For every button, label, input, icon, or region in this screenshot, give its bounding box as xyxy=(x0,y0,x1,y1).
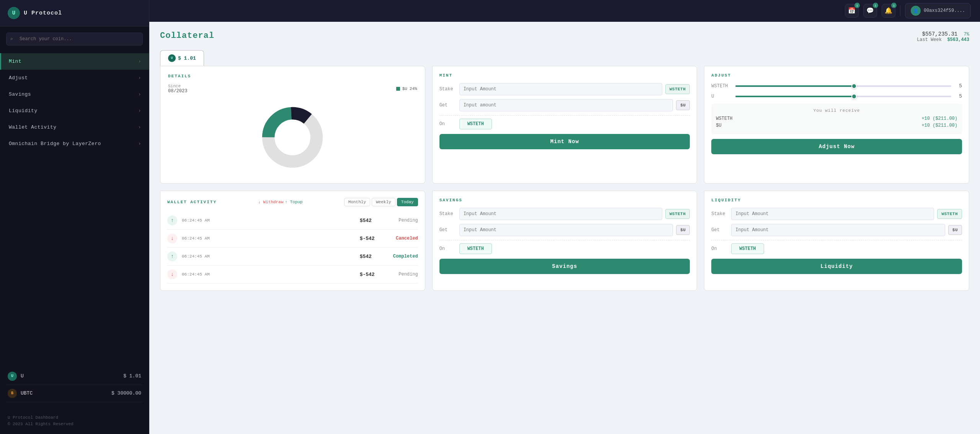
receive-u-coin: $U xyxy=(716,123,721,128)
adjust-panel: ADJUST WSTETH 5 U 5 xyxy=(704,66,969,184)
adjust-u-thumb[interactable] xyxy=(851,94,857,99)
liquidity-title: LIQUIDITY xyxy=(711,198,962,202)
main-area: 📅 1 💬 1 🔔 1 👤 00axs324f59.... Collateral… xyxy=(149,0,980,434)
since-label: Since xyxy=(168,84,187,88)
table-row: ↑ 06:24:45 AM $542 Pending xyxy=(167,212,418,230)
sidebar-item-wallet-activity[interactable]: Wallet Activity › xyxy=(0,119,149,135)
coin-name-u: U xyxy=(21,373,24,379)
legend-item: $U 24% xyxy=(396,84,417,94)
stats-value: $557,235.31 7% xyxy=(917,31,969,37)
liquidity-on-row: On WSTETH xyxy=(711,243,962,254)
page-title: Collateral xyxy=(160,31,214,41)
details-panel: DETAILS Since 08/2023 $U 24% xyxy=(160,66,425,184)
table-row: ↓ 06:24:45 AM $-542 Canceled xyxy=(167,230,418,248)
liquidity-button[interactable]: Liquidity xyxy=(711,259,962,274)
top-panels: DETAILS Since 08/2023 $U 24% xyxy=(160,66,969,184)
sidebar-item-adjust[interactable]: Adjust › xyxy=(0,70,149,86)
page-header: Collateral $557,235.31 7% Last Week $563… xyxy=(160,31,969,42)
sidebar-nav: Mint › Adjust › Savings › Liquidity › Wa… xyxy=(0,53,149,152)
mint-now-button[interactable]: Mint Now xyxy=(439,134,690,149)
adjust-wsteth-value: 5 xyxy=(954,83,962,89)
stats-pct: 7% xyxy=(964,32,969,37)
sidebar-item-label-liquidity: Liquidity xyxy=(9,108,38,114)
tx-time-4: 06:24:45 AM xyxy=(182,272,355,277)
details-title: DETAILS xyxy=(168,74,417,78)
sidebar-item-mint[interactable]: Mint › xyxy=(0,53,149,70)
liquidity-get-input[interactable] xyxy=(731,224,945,236)
activity-title: WALLET ACTIVITY xyxy=(167,200,217,204)
savings-stake-label: Stake xyxy=(439,211,456,217)
sidebar-item-liquidity[interactable]: Liquidity › xyxy=(0,103,149,119)
adjust-title: ADJUST xyxy=(711,73,962,78)
sidebar: U U Protocol ⌕ Mint › Adjust › Savings ›… xyxy=(0,0,149,434)
tx-arrow-down-2: ↓ xyxy=(167,233,177,243)
filter-weekly[interactable]: Weekly xyxy=(372,198,395,206)
legend-pct: 24% xyxy=(410,86,417,91)
tx-time-1: 06:24:45 AM xyxy=(182,218,355,223)
wallet-avatar: 👤 xyxy=(911,6,921,16)
receive-u-val: +10 ($211.00) xyxy=(921,123,957,128)
sidebar-item-savings[interactable]: Savings › xyxy=(0,86,149,103)
savings-title: SAVINGS xyxy=(439,198,690,202)
sidebar-item-omnichain[interactable]: Omnichain Bridge by LayerZero › xyxy=(0,135,149,152)
calendar-icon-btn[interactable]: 📅 1 xyxy=(845,4,859,18)
coin-list: U U $ 1.01 B UBTC $ 30000.00 xyxy=(6,368,143,402)
filter-today[interactable]: Today xyxy=(397,198,418,206)
sidebar-item-label-mint: Mint xyxy=(9,59,21,64)
table-row: ↑ 06:24:45 AM $542 Completed xyxy=(167,248,418,266)
tx-status-1: Pending xyxy=(387,218,418,223)
adjust-wsteth-label: WSTETH xyxy=(711,83,732,89)
mint-stake-label: Stake xyxy=(439,86,456,92)
activity-header: WALLET ACTIVITY ↓ Withdraw ↑ Topup Month… xyxy=(167,198,418,206)
bell-icon-btn[interactable]: 🔔 1 xyxy=(882,4,895,18)
stats-right: $557,235.31 7% Last Week $563,443 xyxy=(917,31,969,42)
liquidity-stake-row: Stake WSTETH xyxy=(711,208,962,220)
transaction-list: ↑ 06:24:45 AM $542 Pending ↓ 06:24:45 AM… xyxy=(167,212,418,284)
search-input[interactable] xyxy=(6,33,143,46)
chevron-right-icon: › xyxy=(138,141,141,147)
adjust-now-button[interactable]: Adjust Now xyxy=(711,139,962,154)
tx-arrow-up-3: ↑ xyxy=(167,251,177,261)
mint-on-value: WSTETH xyxy=(459,119,492,129)
adjust-wsteth-thumb[interactable] xyxy=(851,83,857,89)
bell-badge: 1 xyxy=(891,3,897,8)
sidebar-item-label-savings: Savings xyxy=(9,91,31,97)
withdraw-legend: ↓ Withdraw xyxy=(258,200,283,204)
app-logo: U xyxy=(8,7,20,19)
chevron-right-icon: › xyxy=(138,75,141,81)
coin-item-u: U U $ 1.01 xyxy=(6,368,143,385)
wallet-button[interactable]: 👤 00axs324f59.... xyxy=(905,3,971,18)
savings-get-input[interactable] xyxy=(459,224,673,236)
receive-section: You will receive WSTETH +10 ($211.00) $U… xyxy=(711,104,962,134)
liquidity-divider xyxy=(711,240,962,240)
savings-button[interactable]: Savings xyxy=(439,259,690,274)
stats-last-week: Last Week $563,443 xyxy=(917,37,969,42)
tab-u-protocol[interactable]: U $ 1.01 xyxy=(160,50,204,66)
tx-time-3: 06:24:45 AM xyxy=(182,254,355,259)
savings-stake-token: WSTETH xyxy=(665,209,690,219)
donut-chart xyxy=(168,99,417,176)
mint-get-token: $U xyxy=(676,100,690,110)
filter-monthly[interactable]: Monthly xyxy=(344,198,370,206)
adjust-u-fill xyxy=(735,96,854,97)
coin-icon-u: U xyxy=(8,372,17,381)
activity-legend: ↓ Withdraw ↑ Topup xyxy=(258,200,302,204)
wallet-activity-panel: WALLET ACTIVITY ↓ Withdraw ↑ Topup Month… xyxy=(160,191,425,291)
tx-amount-4: $-542 xyxy=(360,272,383,277)
adjust-u-row: U 5 xyxy=(711,93,962,99)
sidebar-item-label-wallet: Wallet Activity xyxy=(9,124,57,130)
tx-amount-3: $542 xyxy=(360,254,383,259)
mint-on-row: On WSTETH xyxy=(439,119,690,129)
mint-get-input[interactable] xyxy=(459,99,673,111)
tx-amount-1: $542 xyxy=(360,218,383,224)
coin-name-ubtc: UBTC xyxy=(21,390,33,396)
liquidity-stake-input[interactable] xyxy=(731,208,934,220)
savings-stake-input[interactable] xyxy=(459,208,662,220)
liquidity-panel: LIQUIDITY Stake WSTETH Get $U On WSTETH … xyxy=(704,191,969,291)
tab-row: U $ 1.01 xyxy=(160,50,969,66)
footer-line2: © 2023 All Rights Reserved xyxy=(8,421,141,428)
mint-stake-input[interactable] xyxy=(459,83,662,95)
chat-icon-btn[interactable]: 💬 1 xyxy=(863,4,877,18)
mint-on-label: On xyxy=(439,121,456,127)
adjust-u-track xyxy=(735,96,951,97)
